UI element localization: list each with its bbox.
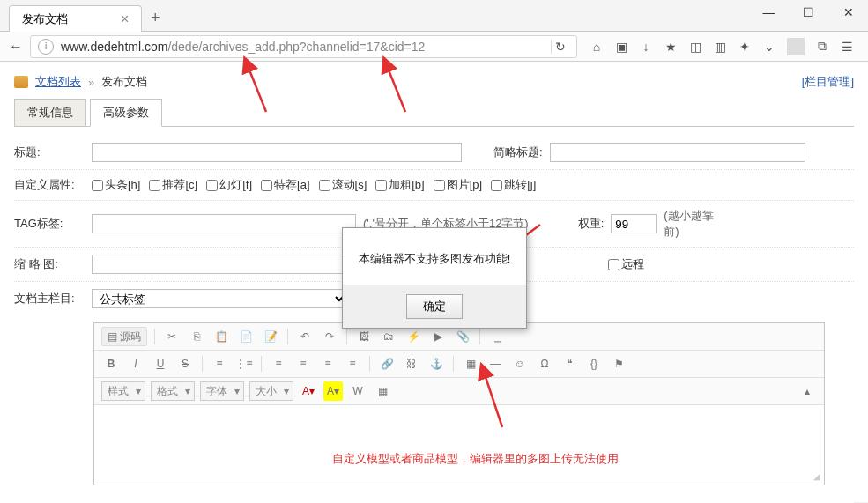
browser-tabstrip: 发布文档 × +: [0, 0, 868, 32]
attr-checkbox: 加粗[b]: [375, 177, 424, 193]
more-icon[interactable]: ▦: [373, 381, 392, 401]
window-controls: ― ☐ ✕: [749, 0, 868, 25]
new-tab-button[interactable]: +: [142, 4, 168, 31]
unlink-icon[interactable]: ⛓: [402, 354, 421, 374]
resize-handle-icon[interactable]: ◢: [813, 471, 820, 481]
bulletlist-icon[interactable]: ⋮≡: [234, 354, 254, 374]
bookmark-icon[interactable]: ★: [662, 38, 679, 55]
bgcolor-icon[interactable]: A▾: [323, 381, 343, 401]
undo-icon[interactable]: ↶: [295, 327, 315, 346]
attrs-group: 头条[h] 推荐[c] 幻灯[f] 特荐[a] 滚动[s] 加粗[b] 图片[p…: [92, 177, 536, 193]
browser-toolbar: ← i www.dedehtml.com/dede/archives_add.p…: [0, 32, 868, 62]
minimize-button[interactable]: ―: [749, 0, 789, 25]
reload-icon[interactable]: ↻: [551, 40, 569, 54]
attach-icon[interactable]: 📎: [453, 327, 472, 346]
toolbar-icons: ⌂ ▣ ↓ ★ ◫ ▥ ✦ ⌄ ⧉ ☰: [581, 38, 863, 55]
panel-icon[interactable]: ▥: [711, 38, 729, 55]
short-title-input[interactable]: [550, 143, 805, 162]
breadcrumb-link[interactable]: 文档列表: [35, 74, 81, 90]
paste-icon[interactable]: 📋: [211, 327, 231, 346]
special-icon[interactable]: Ω: [535, 354, 554, 374]
italic-icon[interactable]: I: [126, 354, 145, 374]
underline-icon[interactable]: U: [151, 354, 170, 374]
textcolor-icon[interactable]: A▾: [299, 381, 318, 401]
back-button[interactable]: ←: [5, 36, 26, 57]
tag-label: TAG标签:: [14, 216, 85, 232]
image-icon[interactable]: 🖼: [354, 327, 374, 346]
rich-editor: ▤ 源码 ✂ ⎘ 📋 📄 📝 ↶ ↷ 🖼 🗂 ⚡ ▶ 📎 ⎯ B: [93, 322, 825, 485]
attr-checkbox: 推荐[c]: [149, 177, 197, 193]
attr-checkbox: 特荐[a]: [261, 177, 309, 193]
collapse-icon[interactable]: ▴: [798, 381, 817, 401]
title-label: 标题:: [14, 144, 85, 160]
align-right-icon[interactable]: ≡: [318, 354, 338, 374]
anchor-icon[interactable]: ⚓: [427, 354, 446, 374]
paste-text-icon[interactable]: 📄: [236, 327, 256, 346]
home-icon[interactable]: ⌂: [588, 38, 605, 55]
pagebreak-icon[interactable]: ⎯: [487, 327, 507, 346]
weight-input[interactable]: [611, 214, 657, 233]
channel-select[interactable]: 公共标签: [92, 289, 347, 308]
form-tabs: 常规信息 高级参数: [14, 99, 854, 127]
tab-close-icon[interactable]: ×: [121, 11, 129, 27]
menu-icon[interactable]: ☰: [838, 38, 856, 55]
maximize-button[interactable]: ☐: [789, 0, 828, 25]
source-button[interactable]: ▤ 源码: [101, 327, 147, 346]
breadcrumb: 文档列表 » 发布文档 [栏目管理]: [14, 70, 854, 99]
reader-icon[interactable]: ▣: [612, 38, 630, 55]
multi-image-icon[interactable]: 🗂: [379, 327, 398, 346]
url-text: www.dedehtml.com/dede/archives_add.php?c…: [61, 40, 544, 54]
annotation-arrow: [240, 63, 275, 119]
redo-icon[interactable]: ↷: [320, 327, 339, 346]
attr-checkbox: 滚动[s]: [319, 177, 367, 193]
alert-dialog: 本编辑器不支持多图发布功能! 确定: [342, 227, 527, 329]
paste-word-icon[interactable]: 📝: [261, 327, 280, 346]
bug-icon[interactable]: ✦: [736, 38, 753, 55]
align-justify-icon[interactable]: ≡: [343, 354, 362, 374]
format-select[interactable]: 格式: [151, 381, 195, 401]
align-center-icon[interactable]: ≡: [293, 354, 313, 374]
font-select[interactable]: 字体: [200, 381, 244, 401]
tab-advanced[interactable]: 高级参数: [90, 99, 162, 127]
title-input[interactable]: [92, 143, 462, 162]
link-icon[interactable]: 🔗: [377, 354, 397, 374]
tag-input[interactable]: [92, 214, 356, 233]
tab-general[interactable]: 常规信息: [14, 99, 86, 126]
word-icon[interactable]: W: [348, 381, 367, 401]
thumb-label: 缩 略 图:: [14, 256, 85, 272]
copy-icon[interactable]: ⎘: [187, 327, 206, 346]
attr-checkbox: 头条[h]: [92, 177, 140, 193]
pocket-icon[interactable]: ⌄: [760, 38, 778, 55]
attr-checkbox: 图片[p]: [434, 177, 482, 193]
identity-icon: i: [38, 39, 54, 55]
editor-body[interactable]: 自定义模型或者商品模型，编辑器里的多图上传无法使用 ◢: [94, 405, 824, 485]
numlist-icon[interactable]: ≡: [210, 354, 229, 374]
code-icon[interactable]: {}: [584, 354, 604, 374]
close-window-button[interactable]: ✕: [828, 0, 868, 25]
browser-tab[interactable]: 发布文档 ×: [9, 5, 142, 32]
media-icon[interactable]: ▶: [428, 327, 448, 346]
breadcrumb-current: 发布文档: [101, 74, 147, 90]
flag-icon[interactable]: ⚑: [609, 354, 628, 374]
svg-line-1: [388, 68, 405, 112]
align-left-icon[interactable]: ≡: [269, 354, 288, 374]
ok-button[interactable]: 确定: [406, 294, 463, 319]
sidebar-icon[interactable]: ◫: [686, 38, 704, 55]
style-select[interactable]: 样式: [101, 381, 145, 401]
bold-icon[interactable]: B: [101, 354, 121, 374]
size-select[interactable]: 大小: [249, 381, 293, 401]
column-manage-link[interactable]: [栏目管理]: [802, 74, 854, 90]
svg-line-3: [485, 374, 502, 427]
short-title-label: 简略标题:: [493, 144, 543, 160]
flash-icon[interactable]: ⚡: [404, 327, 423, 346]
address-bar[interactable]: i www.dedehtml.com/dede/archives_add.php…: [30, 35, 577, 58]
emoji-icon[interactable]: ☺: [510, 354, 530, 374]
attr-checkbox: 跳转[j]: [491, 177, 536, 193]
remote-checkbox: 远程: [608, 256, 644, 272]
tab-title: 发布文档: [22, 11, 68, 27]
quote-icon[interactable]: ❝: [560, 354, 579, 374]
screenshot-icon[interactable]: ⧉: [813, 38, 831, 55]
cut-icon[interactable]: ✂: [162, 327, 182, 346]
strike-icon[interactable]: S: [175, 354, 195, 374]
download-icon[interactable]: ↓: [637, 38, 655, 55]
